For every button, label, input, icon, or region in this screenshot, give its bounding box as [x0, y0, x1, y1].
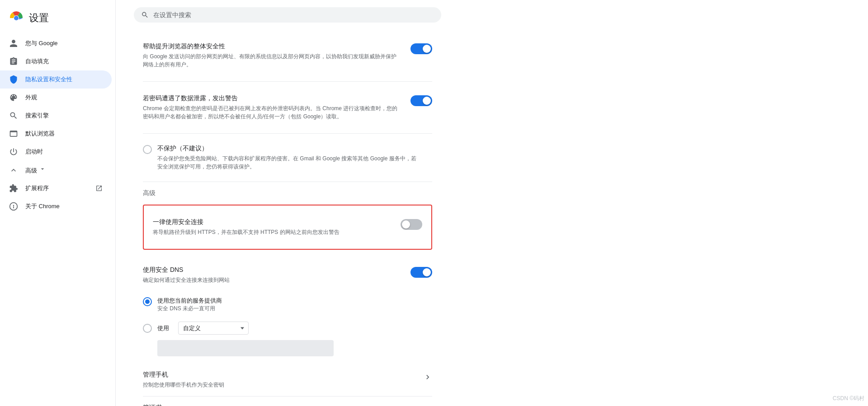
sidebar-item-autofill[interactable]: 自动填充: [0, 52, 112, 70]
sidebar-label-about: 关于 Chrome: [25, 202, 60, 210]
radio-dns-current[interactable]: [143, 297, 152, 306]
sidebar-item-appearance[interactable]: 外观: [0, 89, 112, 107]
toggle-dns-slider: [410, 267, 432, 278]
sidebar-item-privacy[interactable]: 隐私设置和安全性: [0, 70, 112, 89]
power-icon: [9, 147, 18, 156]
section-password-alert: 若密码遭遇了数据泄露，发出警告 Chrome 会定期检查您的密码是否已被列在网上…: [143, 82, 432, 134]
https-highlight-box: 一律使用安全连接 将导航路径升级到 HTTPS，并在加载不支持 HTTPS 的网…: [143, 205, 432, 250]
sidebar-label-advanced: 高级: [25, 165, 46, 175]
sidebar-label-autofill: 自动填充: [25, 57, 49, 65]
toggle-help-slider: [410, 43, 432, 54]
sidebar-item-you-google[interactable]: 您与 Google: [0, 34, 112, 52]
phone-manager-text: 管理手机 控制您使用哪些手机作为安全密钥: [143, 371, 423, 389]
sidebar-item-advanced[interactable]: 高级: [0, 161, 112, 179]
setting-title-https: 一律使用安全连接: [153, 218, 390, 226]
dns-section: 使用安全 DNS 确定如何通过安全连接来连接到网站 使用您当前的服务提供商 安全…: [143, 253, 432, 364]
dns-provider-current-row: 使用您当前的服务提供商 安全 DNS 未必一直可用: [143, 293, 432, 316]
sidebar-label-extensions: 扩展程序: [25, 184, 49, 192]
setting-desc-https: 将导航路径升级到 HTTPS，并在加载不支持 HTTPS 的网站之前向您发出警告: [153, 228, 390, 236]
sidebar-label-appearance: 外观: [25, 93, 37, 102]
search-icon: [141, 11, 149, 19]
logo-area: 设置: [0, 4, 115, 34]
setting-title-dns: 使用安全 DNS: [143, 266, 400, 274]
setting-text-dns: 使用安全 DNS 确定如何通过安全连接来连接到网站: [143, 266, 410, 284]
settings-title: 设置: [29, 11, 49, 25]
puzzle-icon: [9, 184, 18, 193]
setting-text-no-protection: 不保护（不建议） 不会保护您免受危险网站、下载内容和扩展程序的侵害。在 Gmai…: [157, 145, 432, 171]
setting-row-dns: 使用安全 DNS 确定如何通过安全连接来连接到网站: [143, 261, 432, 289]
expand-icon: [9, 166, 18, 175]
phone-manager-row: 管理手机 控制您使用哪些手机作为安全密钥: [143, 364, 432, 397]
radio-no-protection[interactable]: [143, 145, 152, 154]
toggle-dns[interactable]: [410, 267, 432, 278]
search-input[interactable]: [153, 11, 434, 19]
main-content: 帮助提升浏览器的整体安全性 向 Google 发送访问的部分网页的网址、有限的系…: [116, 0, 868, 406]
svg-point-3: [14, 16, 19, 20]
sidebar-item-startup[interactable]: 启动时: [0, 143, 112, 161]
setting-row-https: 一律使用安全连接 将导航路径升级到 HTTPS，并在加载不支持 HTTPS 的网…: [153, 213, 422, 242]
toggle-password[interactable]: [410, 95, 432, 106]
sidebar-item-about[interactable]: 关于 Chrome: [0, 197, 112, 215]
search-bar-container: [116, 0, 868, 30]
setting-desc-password: Chrome 会定期检查您的密码是否已被列在网上发布的外泄密码列表内。当 Chr…: [143, 104, 400, 121]
sidebar-label-privacy: 隐私设置和安全性: [25, 75, 72, 84]
phone-manager-title: 管理手机: [143, 371, 412, 379]
chevron-right-phone-icon: [423, 373, 432, 382]
radio-dns-custom[interactable]: [143, 324, 152, 333]
chrome-logo-icon: [9, 11, 24, 25]
section-help-improve: 帮助提升浏览器的整体安全性 向 Google 发送访问的部分网页的网址、有限的系…: [143, 30, 432, 82]
toggle-https-slider: [401, 219, 422, 230]
sidebar-item-search[interactable]: 搜索引擎: [0, 107, 112, 125]
setting-title-password: 若密码遭遇了数据泄露，发出警告: [143, 94, 400, 103]
phone-manager-desc: 控制您使用哪些手机作为安全密钥: [143, 381, 412, 389]
dns-select-wrapper: 自定义 Google (8.8.8.8) Cloudflare (1.1.1.1…: [178, 322, 249, 335]
browser-icon: [9, 129, 18, 138]
dns-custom-use-label: 使用: [157, 324, 169, 332]
toggle-https[interactable]: [401, 219, 422, 230]
content-area: 帮助提升浏览器的整体安全性 向 Google 发送访问的部分网页的网址、有限的系…: [116, 30, 450, 406]
sidebar-item-browser[interactable]: 默认浏览器: [0, 125, 112, 143]
sidebar-label-search: 搜索引擎: [25, 112, 49, 120]
dns-text-input-box[interactable]: [157, 340, 334, 356]
setting-text-password: 若密码遭遇了数据泄露，发出警告 Chrome 会定期检查您的密码是否已被列在网上…: [143, 94, 410, 121]
watermark: CSDN ©码村: [833, 395, 864, 402]
section-no-protection: 不保护（不建议） 不会保护您免受危险网站、下载内容和扩展程序的侵害。在 Gmai…: [143, 134, 432, 182]
setting-text-help: 帮助提升浏览器的整体安全性 向 Google 发送访问的部分网页的网址、有限的系…: [143, 42, 410, 69]
chevron-down-icon: [39, 165, 46, 173]
dns-select[interactable]: 自定义 Google (8.8.8.8) Cloudflare (1.1.1.1…: [178, 322, 249, 335]
search-bar: [134, 7, 441, 23]
chrome-about-icon: [9, 202, 18, 211]
sidebar-label-you-google: 您与 Google: [25, 39, 58, 47]
setting-row-help: 帮助提升浏览器的整体安全性 向 Google 发送访问的部分网页的网址、有限的系…: [143, 37, 432, 74]
setting-row-password: 若密码遭遇了数据泄露，发出警告 Chrome 会定期检查您的密码是否已被列在网上…: [143, 89, 432, 126]
dns-current-text: 使用您当前的服务提供商 安全 DNS 未必一直可用: [157, 297, 222, 313]
sidebar-label-startup: 启动时: [25, 148, 43, 156]
shield-icon: [9, 75, 18, 84]
sidebar: 设置 您与 Google 自动填充 隐私设置和安全性 外观 搜索引擎: [0, 0, 116, 406]
external-link-icon: [95, 185, 103, 192]
sidebar-item-extensions[interactable]: 扩展程序: [0, 179, 112, 197]
radio-row-no-protection: 不保护（不建议） 不会保护您免受危险网站、下载内容和扩展程序的侵害。在 Gmai…: [143, 141, 432, 174]
setting-desc-dns: 确定如何通过安全连接来连接到网站: [143, 276, 400, 284]
setting-desc-no-protection: 不会保护您免受危险网站、下载内容和扩展程序的侵害。在 Gmail 和 Googl…: [157, 154, 421, 171]
person-icon: [9, 39, 18, 48]
toggle-password-slider: [410, 95, 432, 106]
search-nav-icon: [9, 111, 18, 120]
setting-title-help: 帮助提升浏览器的整体安全性: [143, 42, 400, 51]
dns-current-label: 使用您当前的服务提供商: [157, 297, 222, 305]
setting-text-https: 一律使用安全连接 将导航路径升级到 HTTPS，并在加载不支持 HTTPS 的网…: [153, 218, 401, 236]
toggle-help[interactable]: [410, 43, 432, 54]
advanced-section-label: 高级: [143, 182, 432, 201]
setting-desc-help: 向 Google 发送访问的部分网页的网址、有限的系统信息以及部分网页内容，以协…: [143, 52, 400, 69]
palette-icon: [9, 93, 18, 102]
dns-custom-row: 使用 自定义 Google (8.8.8.8) Cloudflare (1.1.…: [143, 318, 432, 338]
setting-title-no-protection: 不保护（不建议）: [157, 145, 421, 153]
dns-current-sublabel: 安全 DNS 未必一直可用: [157, 305, 222, 313]
bottom-section-label: 管证书: [143, 397, 432, 406]
assignment-icon: [9, 57, 18, 66]
sidebar-label-browser: 默认浏览器: [25, 130, 55, 138]
